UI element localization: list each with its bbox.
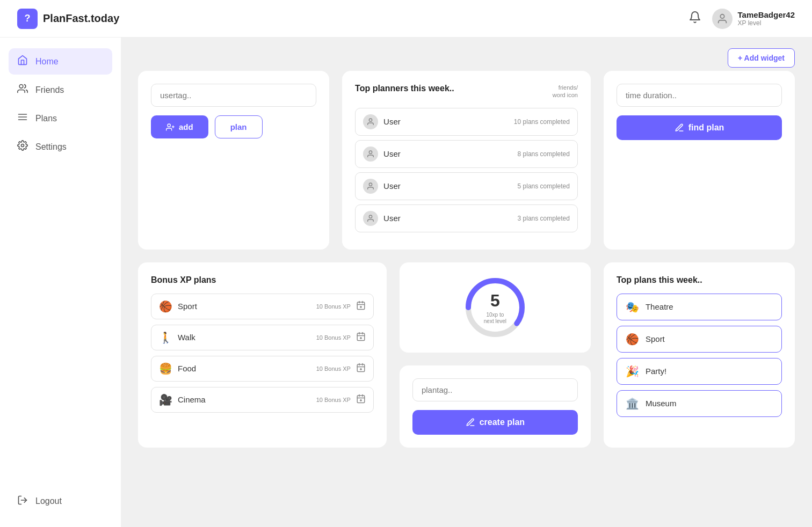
add-to-calendar-button[interactable] xyxy=(356,394,366,406)
planner-row: User 5 plans completed xyxy=(355,172,578,200)
friends-label: Friends xyxy=(35,85,64,95)
bonus-plan-name: Sport xyxy=(178,302,197,311)
planner-name: User xyxy=(383,214,401,223)
bonus-plan-right: 10 Bonus XP xyxy=(316,332,366,343)
bonus-title: Bonus XP plans xyxy=(151,275,374,285)
btn-row: add plan xyxy=(151,115,316,138)
planner-left: User xyxy=(363,211,401,226)
add-to-calendar-button[interactable] xyxy=(356,363,366,375)
usertag-input[interactable] xyxy=(151,84,316,107)
top-plan-row[interactable]: 🎭 Theatre xyxy=(617,294,782,320)
bonus-xp-widget: Bonus XP plans 🏀 Sport 10 Bonus XP 🚶 xyxy=(138,262,387,448)
settings-label: Settings xyxy=(35,142,67,152)
add-button[interactable]: add xyxy=(151,115,208,138)
user-text: TameBadger42 XP level xyxy=(738,10,795,27)
planner-row: User 8 plans completed xyxy=(355,140,578,168)
sidebar-bottom: Logout xyxy=(0,486,121,516)
planner-plans-count: 10 plans completed xyxy=(514,118,570,126)
top-plan-row[interactable]: 🏀 Sport xyxy=(617,326,782,353)
top-plan-name: Museum xyxy=(646,399,677,408)
svg-point-11 xyxy=(369,151,372,153)
svg-point-7 xyxy=(168,124,170,127)
find-plan-label: find plan xyxy=(688,123,724,133)
middle-col: 5 10xp tonext level create plan xyxy=(400,262,591,448)
planner-avatar xyxy=(363,114,378,129)
bonus-plan-name: Walk xyxy=(178,333,195,342)
sidebar-item-home[interactable]: Home xyxy=(9,48,112,75)
logo: ? PlanFast.today xyxy=(17,9,119,29)
planner-row: User 3 plans completed xyxy=(355,204,578,232)
bonus-xp-amount: 10 Bonus XP xyxy=(316,397,351,403)
bonus-plan-left: 🏀 Sport xyxy=(159,300,197,313)
planner-avatar xyxy=(363,147,378,162)
bonus-plan-row: 🚶 Walk 10 Bonus XP xyxy=(151,325,374,350)
create-pencil-icon xyxy=(466,418,475,427)
top-plans-title: Top plans this week.. xyxy=(617,275,782,285)
logo-icon: ? xyxy=(17,9,38,29)
settings-icon xyxy=(17,140,28,153)
planner-row: User 10 plans completed xyxy=(355,108,578,136)
time-duration-input[interactable] xyxy=(617,84,782,107)
top-plan-row[interactable]: 🎉 Party! xyxy=(617,358,782,385)
planners-title: Top planners this week.. xyxy=(355,84,454,93)
plan-button[interactable]: plan xyxy=(215,115,263,138)
header-right: TameBadger42 XP level xyxy=(688,9,795,29)
bonus-plan-name: Cinema xyxy=(178,395,206,404)
home-label: Home xyxy=(35,57,59,67)
add-user-icon xyxy=(166,123,175,131)
planner-left: User xyxy=(363,114,401,129)
bonus-plan-emoji: 🎥 xyxy=(159,393,172,406)
find-plan-button[interactable]: find plan xyxy=(617,115,782,140)
nav-items: Home Friends xyxy=(0,48,121,486)
planner-plans-count: 5 plans completed xyxy=(518,182,570,190)
top-plan-emoji: 🎉 xyxy=(626,365,639,378)
svg-point-10 xyxy=(369,119,372,121)
add-to-calendar-button[interactable] xyxy=(356,332,366,343)
top-plan-row[interactable]: 🏛️ Museum xyxy=(617,390,782,417)
create-plan-button[interactable]: create plan xyxy=(412,410,578,435)
bonus-plan-right: 10 Bonus XP xyxy=(316,363,366,375)
svg-point-0 xyxy=(720,14,724,18)
friends-word-label: friends/word icon xyxy=(553,84,578,99)
logout-item[interactable]: Logout xyxy=(17,495,104,508)
notification-button[interactable] xyxy=(688,11,701,27)
bonus-plan-emoji: 🚶 xyxy=(159,331,172,344)
xp-sublabel: 10xp tonext level xyxy=(484,311,506,324)
plans-icon xyxy=(17,112,28,125)
planner-plans-count: 8 plans completed xyxy=(518,150,570,158)
sidebar-item-settings[interactable]: Settings xyxy=(9,134,112,160)
content: + Add widget add plan xyxy=(121,38,812,527)
sidebar-item-plans[interactable]: Plans xyxy=(9,105,112,131)
bonus-plan-list: 🏀 Sport 10 Bonus XP 🚶 Walk 10 Bonus X xyxy=(151,294,374,413)
add-btn-label: add xyxy=(179,122,193,131)
row1: add plan Top planners this week.. friend… xyxy=(138,71,795,250)
add-to-calendar-button[interactable] xyxy=(356,301,366,312)
planner-name: User xyxy=(383,117,401,126)
xp-widget: 5 10xp tonext level xyxy=(400,262,591,353)
bonus-plan-right: 10 Bonus XP xyxy=(316,301,366,312)
bonus-xp-amount: 10 Bonus XP xyxy=(316,365,351,372)
add-widget-button[interactable]: + Add widget xyxy=(728,48,795,68)
top-plans-widget: Top plans this week.. 🎭 Theatre 🏀 Sport … xyxy=(604,262,795,448)
planner-list: User 10 plans completed User 8 plans com… xyxy=(355,108,578,232)
planner-avatar xyxy=(363,211,378,226)
sidebar: Home Friends xyxy=(0,38,121,527)
xp-number: 5 xyxy=(484,290,506,310)
user-info: TameBadger42 XP level xyxy=(712,9,795,29)
logo-text: PlanFast.today xyxy=(43,12,119,25)
svg-point-13 xyxy=(369,215,372,218)
pencil-icon xyxy=(675,123,684,133)
planners-header: Top planners this week.. friends/word ic… xyxy=(355,84,578,99)
plans-label: Plans xyxy=(35,114,57,123)
planner-plans-count: 3 plans completed xyxy=(518,215,570,222)
logout-label: Logout xyxy=(35,496,62,506)
xp-circle: 5 10xp tonext level xyxy=(463,275,527,340)
plantag-input[interactable] xyxy=(412,378,578,401)
bonus-xp-amount: 10 Bonus XP xyxy=(316,334,351,341)
bonus-plan-left: 🍔 Food xyxy=(159,362,196,375)
bonus-plan-left: 🚶 Walk xyxy=(159,331,195,344)
sidebar-item-friends[interactable]: Friends xyxy=(9,77,112,103)
top-planners-widget: Top planners this week.. friends/word ic… xyxy=(342,71,591,250)
planner-left: User xyxy=(363,179,401,194)
svg-point-5 xyxy=(21,144,24,147)
